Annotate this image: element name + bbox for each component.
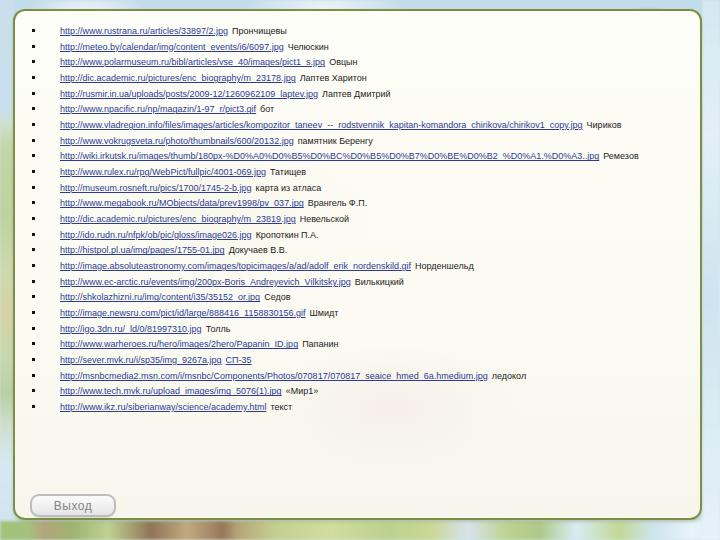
map-right-water-decor	[702, 0, 720, 540]
resource-label: «Мир1»	[286, 386, 319, 396]
resource-label: бот	[260, 104, 274, 114]
bullet-icon	[32, 405, 35, 408]
bullet-icon	[32, 342, 35, 345]
bullet-icon	[32, 92, 35, 95]
list-item: http://www.ikz.ru/siberianway/science/ac…	[32, 400, 639, 416]
resource-label: Кропоткин П.А.	[256, 230, 319, 240]
resource-link[interactable]: http://image.absoluteastronomy.com/image…	[60, 261, 411, 271]
bullet-icon	[32, 29, 35, 32]
resource-link[interactable]: http://sever.mvk.ru/i/sp35/img_9267a.jpg	[60, 355, 222, 365]
list-item: http://igo.3dn.ru/_ld/0/81997310.jpgТолл…	[32, 322, 639, 338]
resource-link[interactable]: http://www.npacific.ru/np/magazin/1-97_r…	[60, 104, 256, 114]
resource-label: Норденшельд	[415, 261, 474, 271]
resource-link[interactable]: http://histpol.pl.ua/img/pages/1755-01.j…	[60, 245, 225, 255]
bullet-icon	[32, 327, 35, 330]
resource-label: Чириков	[587, 120, 622, 130]
bullet-icon	[32, 154, 35, 157]
bullet-icon	[32, 311, 35, 314]
resource-label: Прончищевы	[232, 26, 287, 36]
resource-label: Татищев	[270, 167, 306, 177]
resource-label: памятник Беренгу	[298, 136, 373, 146]
bullet-icon	[32, 201, 35, 204]
resource-link[interactable]: http://www.tech.mvk.ru/upload_images/img…	[60, 386, 282, 396]
resource-label: Толль	[206, 324, 231, 334]
resource-label: Челюскин	[288, 42, 329, 52]
list-item: http://histpol.pl.ua/img/pages/1755-01.j…	[32, 243, 639, 259]
bullet-icon	[32, 280, 35, 283]
bullet-icon	[32, 264, 35, 267]
resource-label: Врангель Ф.П.	[308, 198, 368, 208]
bullet-icon	[32, 139, 35, 142]
bullet-icon	[32, 45, 35, 48]
bullet-icon	[32, 295, 35, 298]
bullet-icon	[32, 170, 35, 173]
list-item: http://msnbcmedia2.msn.com/i/msnbc/Compo…	[32, 369, 639, 385]
resource-link[interactable]: http://image.newsru.com/pict/id/large/88…	[60, 308, 306, 318]
list-item: http://www.rustrana.ru/articles/33897/2.…	[32, 24, 639, 40]
resource-link[interactable]: http://ido.rudn.ru/nfpk/ob/pic/gloss/ima…	[60, 230, 252, 240]
list-item: http://www.megabook.ru/MObjects/data/pre…	[32, 196, 639, 212]
resource-label: Овцын	[329, 57, 357, 67]
exit-button[interactable]: Выход	[30, 494, 116, 517]
resource-label: Невельской	[300, 214, 349, 224]
list-item: http://meteo.by/calendar/img/content_eve…	[32, 40, 639, 56]
resource-link[interactable]: http://shkolazhizni.ru/img/content/i35/3…	[60, 292, 260, 302]
resource-link[interactable]: http://www.warheroes.ru/hero/images/2her…	[60, 339, 298, 349]
list-item: http://rusmir.in.ua/uploads/posts/2009-1…	[32, 87, 639, 103]
resource-link[interactable]: http://dic.academic.ru/pictures/enc_biog…	[60, 73, 296, 83]
bullet-icon	[32, 358, 35, 361]
resource-link[interactable]: http://msnbcmedia2.msn.com/i/msnbc/Compo…	[60, 371, 488, 381]
resource-label: Ремезов	[603, 151, 638, 161]
resource-link[interactable]: http://wiki.irkutsk.ru/images/thumb/180p…	[60, 151, 599, 161]
resource-link[interactable]: http://dic.academic.ru/pictures/enc_biog…	[60, 214, 296, 224]
list-item: http://www.rulex.ru/rpg/WebPict/fullpic/…	[32, 165, 639, 181]
map-left-land-decor	[0, 0, 14, 540]
list-item: http://museum.rosneft.ru/pics/1700/1745-…	[32, 181, 639, 197]
resource-link[interactable]: http://www.rustrana.ru/articles/33897/2.…	[60, 26, 228, 36]
resource-link[interactable]: http://www.vokrugsveta.ru/photo/thumbnai…	[60, 136, 294, 146]
list-item: http://www.polarmuseum.ru/bibl/articles/…	[32, 55, 639, 71]
resource-label: СП-35	[226, 355, 252, 365]
resource-link[interactable]: http://www.rulex.ru/rpg/WebPict/fullpic/…	[60, 167, 266, 177]
resource-label: карта из атласа	[256, 183, 322, 193]
list-item: http://www.ec-arctic.ru/events/img/200px…	[32, 275, 639, 291]
slide-stage: http://www.rustrana.ru/articles/33897/2.…	[0, 0, 720, 540]
resource-link[interactable]: http://www.megabook.ru/MObjects/data/pre…	[60, 198, 304, 208]
resource-label: Папанин	[302, 339, 338, 349]
list-item: http://www.vladregion.info/files/images/…	[32, 118, 639, 134]
list-item: http://dic.academic.ru/pictures/enc_biog…	[32, 212, 639, 228]
list-item: http://sever.mvk.ru/i/sp35/img_9267a.jpg…	[32, 353, 639, 369]
list-item: http://ido.rudn.ru/nfpk/ob/pic/gloss/ima…	[32, 228, 639, 244]
list-item: http://image.newsru.com/pict/id/large/88…	[32, 306, 639, 322]
resource-link[interactable]: http://www.polarmuseum.ru/bibl/articles/…	[60, 57, 325, 67]
list-item: http://www.vokrugsveta.ru/photo/thumbnai…	[32, 134, 639, 150]
bullet-icon	[32, 248, 35, 251]
bullet-icon	[32, 186, 35, 189]
resource-label: Докучаев В.В.	[229, 245, 288, 255]
list-item: http://shkolazhizni.ru/img/content/i35/3…	[32, 290, 639, 306]
list-item: http://www.warheroes.ru/hero/images/2her…	[32, 337, 639, 353]
bullet-icon	[32, 389, 35, 392]
bullet-icon	[32, 76, 35, 79]
resource-label: Вилькицкий	[355, 277, 404, 287]
bullet-icon	[32, 374, 35, 377]
resource-link[interactable]: http://igo.3dn.ru/_ld/0/81997310.jpg	[60, 324, 202, 334]
bullet-icon	[32, 123, 35, 126]
resource-label: Седов	[264, 292, 290, 302]
resource-label: Лаптев Харитон	[300, 73, 367, 83]
resource-link[interactable]: http://rusmir.in.ua/uploads/posts/2009-1…	[60, 89, 318, 99]
resource-label: Шмидт	[310, 308, 339, 318]
resource-label: Лаптев Дмитрий	[322, 89, 391, 99]
list-item: http://www.npacific.ru/np/magazin/1-97_r…	[32, 102, 639, 118]
list-item: http://wiki.irkutsk.ru/images/thumb/180p…	[32, 149, 639, 165]
resource-link[interactable]: http://www.ec-arctic.ru/events/img/200px…	[60, 277, 351, 287]
resource-link[interactable]: http://www.ikz.ru/siberianway/science/ac…	[60, 402, 266, 412]
map-bottom-land-decor	[0, 521, 720, 540]
bullet-icon	[32, 107, 35, 110]
resource-link[interactable]: http://museum.rosneft.ru/pics/1700/1745-…	[60, 183, 252, 193]
bullet-icon	[32, 60, 35, 63]
resource-link[interactable]: http://meteo.by/calendar/img/content_eve…	[60, 42, 284, 52]
bullet-icon	[32, 233, 35, 236]
resource-link[interactable]: http://www.vladregion.info/files/images/…	[60, 120, 583, 130]
slide-panel: http://www.rustrana.ru/articles/33897/2.…	[13, 9, 702, 520]
